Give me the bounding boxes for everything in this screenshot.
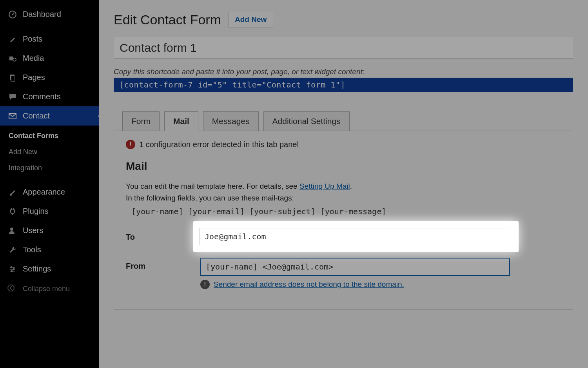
- sidebar-label: Tools: [23, 245, 41, 254]
- svg-point-11: [8, 285, 14, 291]
- mail-description: You can edit the mail template here. For…: [126, 180, 561, 192]
- pages-icon: [7, 74, 18, 82]
- from-warning-link[interactable]: Sender email address does not belong to …: [214, 280, 404, 289]
- mail-tags-intro: In the following fields, you can use the…: [126, 192, 561, 204]
- svg-point-3: [13, 58, 16, 61]
- warning-icon: !: [200, 280, 210, 289]
- sidebar-item-plugins[interactable]: Plugins: [0, 202, 99, 221]
- brush-icon: [7, 188, 18, 196]
- field-row-from: From ! Sender email address does not bel…: [126, 258, 561, 289]
- field-row-to: To: [126, 229, 561, 246]
- page-title: Edit Contact Form: [114, 12, 221, 27]
- shortcode-box[interactable]: [contact-form-7 id="5" title="Contact fo…: [114, 78, 573, 92]
- sidebar-label: Settings: [23, 264, 51, 273]
- pin-icon: [7, 35, 18, 43]
- sidebar-sub-integration[interactable]: Integration: [0, 160, 99, 176]
- sidebar-submenu-contact: Contact Forms Add New Integration: [0, 126, 99, 182]
- setting-up-mail-link[interactable]: Setting Up Mail: [299, 182, 350, 190]
- sidebar-item-pages[interactable]: Pages: [0, 68, 99, 87]
- mail-panel: ! 1 configuration error detected in this…: [114, 131, 573, 310]
- tab-messages[interactable]: Messages: [203, 111, 259, 131]
- sidebar-item-settings[interactable]: Settings: [0, 259, 99, 279]
- sidebar-item-dashboard[interactable]: Dashboard: [0, 5, 99, 24]
- sidebar-label: Appearance: [23, 188, 65, 197]
- shortcode-hint: Copy this shortcode and paste it into yo…: [114, 67, 573, 76]
- svg-point-1: [12, 13, 13, 15]
- sidebar-label: Comments: [23, 92, 61, 101]
- users-icon: [7, 227, 18, 235]
- svg-point-7: [10, 228, 13, 231]
- tab-mail[interactable]: Mail: [164, 111, 198, 131]
- config-error-text: 1 configuration error detected in this t…: [139, 140, 299, 149]
- svg-rect-9: [13, 268, 15, 270]
- sidebar-label: Users: [23, 226, 43, 235]
- main-content: Edit Contact Form Add New Copy this shor…: [99, 0, 588, 368]
- admin-sidebar: Dashboard Posts Media Pages Comments Con…: [0, 0, 99, 368]
- to-label: To: [126, 229, 200, 242]
- media-icon: [7, 55, 18, 62]
- page-header: Edit Contact Form Add New: [114, 12, 573, 27]
- sidebar-label: Collapse menu: [23, 285, 70, 293]
- collapse-icon: [7, 284, 18, 294]
- from-warning: ! Sender email address does not belong t…: [200, 280, 561, 289]
- from-input[interactable]: [200, 258, 510, 276]
- to-input[interactable]: [200, 229, 510, 246]
- add-new-button[interactable]: Add New: [228, 12, 273, 27]
- form-title-input[interactable]: [114, 37, 573, 59]
- dashboard-icon: [7, 10, 18, 19]
- tab-form[interactable]: Form: [122, 111, 160, 131]
- svg-rect-5: [11, 76, 15, 81]
- mail-heading: Mail: [126, 160, 561, 173]
- plug-icon: [7, 208, 18, 215]
- sidebar-item-media[interactable]: Media: [0, 49, 99, 68]
- sidebar-collapse[interactable]: Collapse menu: [0, 279, 99, 299]
- sidebar-label: Contact: [23, 111, 50, 120]
- sidebar-label: Pages: [23, 73, 45, 82]
- svg-rect-8: [11, 266, 12, 268]
- comments-icon: [7, 93, 18, 101]
- config-error-notice: ! 1 configuration error detected in this…: [126, 140, 561, 149]
- sidebar-label: Dashboard: [23, 10, 61, 19]
- tab-additional-settings[interactable]: Additional Settings: [263, 111, 350, 131]
- sidebar-item-users[interactable]: Users: [0, 221, 99, 240]
- sidebar-label: Posts: [23, 35, 42, 44]
- mail-icon: [7, 113, 18, 119]
- sidebar-sub-add-new[interactable]: Add New: [0, 144, 99, 160]
- sidebar-item-comments[interactable]: Comments: [0, 87, 99, 106]
- sidebar-sub-contact-forms[interactable]: Contact Forms: [0, 128, 99, 144]
- sliders-icon: [7, 265, 18, 273]
- error-icon: !: [126, 140, 135, 149]
- mail-tags-list: [your-name] [your-email] [your-subject] …: [131, 207, 561, 216]
- sidebar-item-contact[interactable]: Contact: [0, 106, 99, 126]
- sidebar-item-tools[interactable]: Tools: [0, 240, 99, 259]
- sidebar-item-appearance[interactable]: Appearance: [0, 182, 99, 202]
- sidebar-item-posts[interactable]: Posts: [0, 29, 99, 49]
- svg-rect-10: [11, 270, 13, 272]
- from-label: From: [126, 258, 200, 271]
- sidebar-label: Media: [23, 54, 44, 63]
- panel-tabs: Form Mail Messages Additional Settings: [122, 111, 573, 131]
- sidebar-label: Plugins: [23, 207, 49, 216]
- wrench-icon: [7, 246, 18, 254]
